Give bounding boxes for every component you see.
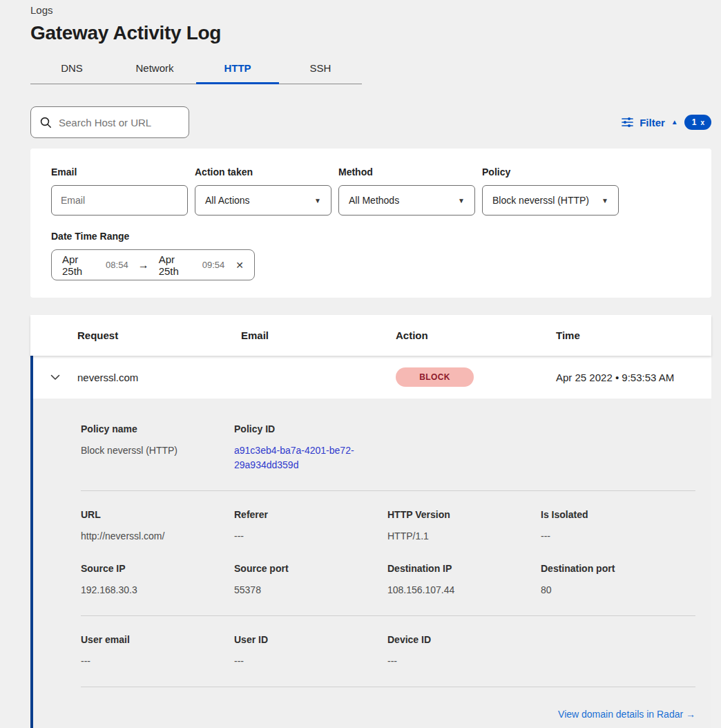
date-time-range-label: Date Time Range [51, 231, 691, 242]
policy-name-label: Policy name [81, 423, 234, 434]
user-email-value: --- [81, 654, 234, 669]
chevron-down-icon: ▼ [458, 197, 465, 204]
tab-network[interactable]: Network [113, 57, 196, 84]
user-id-cell: User ID --- [234, 634, 387, 669]
block-status-badge: BLOCK [396, 367, 474, 387]
page-header: Logs Gateway Activity Log [0, 0, 721, 44]
is-isolated-label: Is Isolated [541, 509, 695, 520]
start-date: Apr 25th [62, 253, 98, 277]
tab-ssh[interactable]: SSH [279, 57, 362, 84]
column-header-email: Email [241, 329, 396, 341]
end-time: 09:54 [202, 260, 225, 270]
action-taken-label: Action taken [195, 166, 331, 178]
referer-value: --- [234, 529, 387, 544]
view-domain-in-radar-link[interactable]: View domain details in Radar → [558, 709, 695, 720]
filter-sliders-icon [622, 117, 633, 128]
method-filter-field: Method All Methods ▼ [338, 166, 475, 215]
device-id-label: Device ID [387, 634, 541, 645]
http-version-label: HTTP Version [387, 509, 541, 520]
url-cell: URL http://neverssl.com/ [81, 509, 234, 544]
url-value: http://neverssl.com/ [81, 529, 234, 544]
referer-cell: Referer --- [234, 509, 387, 544]
email-filter-label: Email [51, 166, 188, 178]
policy-filter-field: Policy Block neverssl (HTTP) ▼ [482, 166, 619, 215]
table-row[interactable]: neverssl.com BLOCK Apr 25 2022 • 9:53:53… [30, 356, 711, 399]
url-label: URL [81, 509, 234, 520]
page-title: Gateway Activity Log [30, 22, 711, 44]
row-expander[interactable] [33, 374, 77, 381]
toolbar: Filter ▲ 1 x [30, 106, 711, 138]
user-email-cell: User email --- [81, 634, 234, 669]
row-action: BLOCK [396, 367, 556, 387]
column-header-request: Request [77, 329, 241, 341]
policy-id-link[interactable]: a91c3eb4-ba7a-4201-be72-29a934dd359d [234, 443, 372, 472]
destination-port-value: 80 [541, 583, 695, 597]
policy-label: Policy [482, 166, 619, 178]
column-header-time: Time [556, 329, 711, 341]
date-time-range-field: Date Time Range Apr 25th 08:54 → Apr 25t… [51, 231, 691, 280]
clear-filters-icon: x [700, 119, 704, 126]
method-value: All Methods [349, 195, 399, 206]
table-header-row: Request Email Action Time [30, 315, 711, 356]
filter-count-badge[interactable]: 1 x [684, 115, 711, 130]
device-id-cell: Device ID --- [387, 634, 541, 669]
log-type-tabs: DNS Network HTTP SSH [30, 57, 362, 84]
breadcrumb[interactable]: Logs [30, 4, 711, 16]
collapse-caret-icon: ▲ [671, 119, 678, 126]
destination-port-label: Destination port [541, 563, 695, 574]
row-request: neverssl.com [77, 372, 241, 383]
arrow-right-icon: → [136, 259, 151, 271]
search-box[interactable] [30, 106, 189, 138]
destination-port-cell: Destination port 80 [541, 563, 695, 597]
start-time: 08:54 [106, 260, 128, 270]
radar-link-row: View domain details in Radar → [81, 708, 695, 720]
is-isolated-cell: Is Isolated --- [541, 509, 695, 544]
email-filter-field: Email [51, 166, 188, 215]
policy-id-label: Policy ID [234, 423, 387, 434]
method-label: Method [338, 166, 475, 178]
chevron-down-icon [50, 374, 60, 381]
referer-label: Referer [234, 509, 387, 520]
source-ip-label: Source IP [81, 563, 234, 574]
source-port-cell: Source port 55378 [234, 563, 387, 597]
http-version-value: HTTP/1.1 [387, 529, 541, 544]
filter-count: 1 [692, 117, 697, 127]
tab-dns[interactable]: DNS [30, 57, 113, 84]
source-ip-value: 192.168.30.3 [81, 583, 234, 597]
filter-toggle-label: Filter [640, 117, 665, 128]
policy-name-value: Block neverssl (HTTP) [81, 443, 234, 458]
filter-toggle-button[interactable]: Filter ▲ 1 x [622, 115, 711, 130]
tab-http[interactable]: HTTP [196, 57, 279, 84]
date-range-picker[interactable]: Apr 25th 08:54 → Apr 25th 09:54 ✕ [51, 249, 255, 280]
expanded-row-details: Policy name Block neverssl (HTTP) Policy… [30, 399, 711, 728]
gateway-activity-log-page: Logs Gateway Activity Log DNS Network HT… [0, 0, 721, 728]
email-filter-input-wrap [51, 185, 188, 215]
source-port-label: Source port [234, 563, 387, 574]
row-time: Apr 25 2022 • 9:53:53 AM [556, 372, 711, 383]
policy-value: Block neverssl (HTTP) [492, 195, 589, 206]
chevron-down-icon: ▼ [314, 197, 321, 204]
section-divider [81, 687, 695, 687]
destination-ip-label: Destination IP [387, 563, 541, 574]
destination-ip-cell: Destination IP 108.156.107.44 [387, 563, 541, 597]
policy-select[interactable]: Block neverssl (HTTP) ▼ [482, 185, 619, 215]
action-taken-filter-field: Action taken All Actions ▼ [195, 166, 331, 215]
http-version-cell: HTTP Version HTTP/1.1 [387, 509, 541, 544]
email-filter-input[interactable] [61, 195, 178, 206]
user-id-label: User ID [234, 634, 387, 645]
method-select[interactable]: All Methods ▼ [338, 185, 475, 215]
action-taken-select[interactable]: All Actions ▼ [195, 185, 331, 215]
source-ip-cell: Source IP 192.168.30.3 [81, 563, 234, 597]
user-email-label: User email [81, 634, 234, 645]
policy-name-cell: Policy name Block neverssl (HTTP) [81, 423, 234, 472]
search-input[interactable] [59, 117, 180, 128]
filter-panel: Email Action taken All Actions ▼ Method … [30, 149, 711, 298]
destination-ip-value: 108.156.107.44 [387, 583, 541, 597]
is-isolated-value: --- [541, 529, 695, 544]
end-date: Apr 25th [159, 253, 195, 277]
device-id-value: --- [387, 654, 541, 669]
search-icon [40, 117, 52, 128]
action-taken-value: All Actions [205, 195, 250, 206]
clear-date-range-icon[interactable]: ✕ [235, 260, 244, 271]
user-id-value: --- [234, 654, 387, 669]
